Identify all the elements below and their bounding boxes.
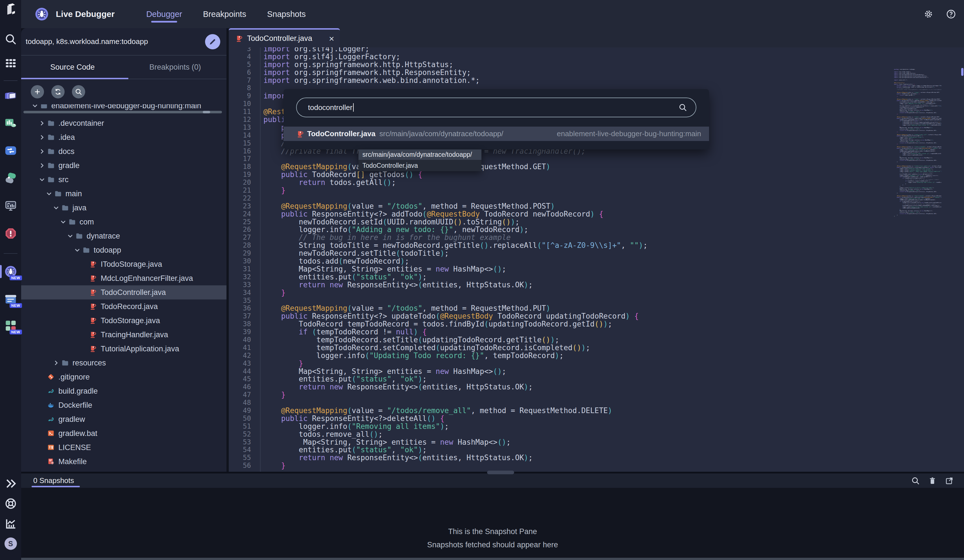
line-number-38[interactable]: 38 [229,320,256,328]
line-number-21[interactable]: 21 [229,187,256,195]
line-number-52[interactable]: 52 [229,431,256,438]
line-number-41[interactable]: 41 [229,344,256,352]
splitter-drag-handle[interactable] [487,470,514,474]
chevron-down-icon[interactable] [38,176,46,184]
tree-item-todoapp[interactable]: todoapp [21,243,226,257]
live-debugger-app-icon[interactable]: NEW [4,265,18,278]
tab-breakpoints-0[interactable]: Breakpoints (0) [124,55,226,79]
chevron-right-icon[interactable] [52,359,60,367]
delete-snapshots-icon[interactable] [928,476,937,485]
line-number-56[interactable]: 56 [229,462,256,470]
workloads-app-icon[interactable] [4,88,18,102]
line-number-47[interactable]: 47 [229,391,256,399]
tree-item-tracinghandler-java[interactable]: TracingHandler.java [21,328,226,342]
tree-item--idea[interactable]: .idea [21,130,226,144]
close-tab-icon[interactable]: × [329,34,334,43]
line-number-24[interactable]: 24 [229,210,256,218]
line-number-50[interactable]: 50 [229,415,256,423]
tree-item-gradlew[interactable]: gradlew [21,412,226,427]
line-number-34[interactable]: 34 [229,289,256,297]
chevron-down-icon[interactable] [73,246,81,254]
tree-item-license[interactable]: LICENSE [21,440,226,454]
tree-item-dynatrace[interactable]: dynatrace [21,229,226,243]
line-number-28[interactable]: 28 [229,242,256,249]
line-number-11[interactable]: 11 [229,108,256,116]
tree-item--devcontainer[interactable]: .devcontainer [21,116,226,130]
tree-item-todostorage-java[interactable]: TodoStorage.java [21,314,226,328]
pane-splitter[interactable] [21,472,964,474]
chevron-right-icon[interactable] [38,133,46,141]
line-number-35[interactable]: 35 [229,297,256,305]
help-icon[interactable] [946,9,956,19]
line-number-46[interactable]: 46 [229,383,256,391]
workload-filter-value[interactable]: todoapp, k8s.workload.name:todoapp [26,37,205,46]
line-number-45[interactable]: 45 [229,375,256,383]
minimap[interactable]: package com.dynatrace.todoapp;import org… [894,68,941,229]
apps-grid-icon[interactable] [4,56,18,70]
line-number-37[interactable]: 37 [229,313,256,320]
live-data-app-icon[interactable]: NEW [4,292,18,306]
file-search-input[interactable]: todocontroller [296,98,696,117]
line-number-14[interactable]: 14 [229,132,256,140]
tree-item-todocontroller-java[interactable]: TodoController.java [21,285,226,300]
tab-source-code[interactable]: Source Code [21,55,124,79]
line-number-10[interactable]: 10 [229,100,256,108]
usage-analytics-icon[interactable] [4,517,18,531]
line-number-22[interactable]: 22 [229,195,256,202]
edit-filter-button[interactable] [205,34,220,49]
user-avatar[interactable]: S [4,537,18,550]
editor-tab-todocontroller[interactable]: TodoController.java × [229,28,340,47]
tree-item-itodostorage-java[interactable]: ITodoStorage.java [21,257,226,271]
line-number-33[interactable]: 33 [229,281,256,289]
line-number-55[interactable]: 55 [229,454,256,462]
line-number-26[interactable]: 26 [229,226,256,234]
tab-debugger[interactable]: Debugger [146,0,182,28]
tree-item-todorecord-java[interactable]: TodoRecord.java [21,300,226,314]
search-sources-button[interactable] [72,85,85,98]
tree-item-java[interactable]: java [21,201,226,215]
search-snapshots-icon[interactable] [911,476,920,485]
line-number-8[interactable]: 8 [229,84,256,92]
tree-item-main[interactable]: main [21,187,226,201]
line-number-43[interactable]: 43 [229,360,256,368]
tree-item-resources[interactable]: resources [21,356,226,370]
tree-item-com[interactable]: com [21,215,226,229]
search-result-todocontroller[interactable]: TodoController.java src/main/java/com/dy… [283,127,709,141]
tree-item-dockerfile[interactable]: Dockerfile [21,398,226,412]
tree-item-tutorialapplication-java[interactable]: TutorialApplication.java [21,342,226,356]
search-icon[interactable] [4,33,18,46]
line-number-39[interactable]: 39 [229,328,256,336]
problems-app-icon[interactable] [4,227,18,240]
line-number-7[interactable]: 7 [229,77,256,85]
line-number-40[interactable]: 40 [229,336,256,344]
line-number-44[interactable]: 44 [229,368,256,376]
line-number-51[interactable]: 51 [229,423,256,431]
line-number-29[interactable]: 29 [229,249,256,257]
line-number-15[interactable]: 15 [229,140,256,148]
chevron-down-icon[interactable] [59,218,67,226]
chevron-down-icon[interactable] [31,104,39,110]
line-number-12[interactable]: 12 [229,116,256,124]
tree-item-mdclogenhancerfilter-java[interactable]: MdcLogEnhancerFilter.java [21,271,226,285]
tree-item-gradle[interactable]: gradle [21,158,226,173]
chevron-right-icon[interactable] [38,148,46,155]
line-number-48[interactable]: 48 [229,399,256,407]
line-number-4[interactable]: 4 [229,53,256,61]
line-number-32[interactable]: 32 [229,273,256,281]
distributed-tracing-app-icon[interactable] [4,144,18,157]
line-number-13[interactable]: 13 [229,124,256,132]
tab-breakpoints[interactable]: Breakpoints [203,0,246,28]
chevron-down-icon[interactable] [66,232,74,240]
line-number-3[interactable]: 3 [229,47,256,53]
line-number-31[interactable]: 31 [229,265,256,273]
line-number-53[interactable]: 53 [229,438,256,446]
refresh-sources-button[interactable] [51,85,65,98]
open-snapshots-icon[interactable] [945,476,954,485]
tab-0-snapshots[interactable]: 0 Snapshots [33,474,74,488]
line-number-18[interactable]: 18 [229,163,256,171]
line-number-27[interactable]: 27 [229,234,256,242]
line-number-5[interactable]: 5 [229,61,256,69]
line-number-49[interactable]: 49 [229,407,256,415]
settings-gear-icon[interactable] [923,9,933,19]
infrastructure-app-icon[interactable] [4,199,18,213]
